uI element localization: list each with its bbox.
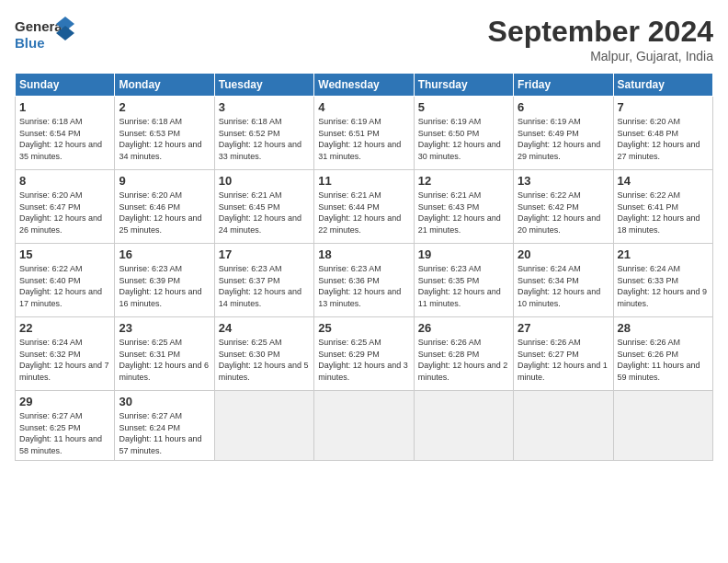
day-number: 15	[19, 247, 110, 261]
col-saturday: Saturday	[613, 74, 712, 97]
table-row: 3 Sunrise: 6:18 AMSunset: 6:52 PMDayligh…	[214, 97, 313, 170]
day-number: 16	[119, 247, 210, 261]
table-row	[314, 391, 414, 461]
table-row: 18 Sunrise: 6:23 AMSunset: 6:36 PMDaylig…	[314, 244, 414, 317]
table-row: 25 Sunrise: 6:25 AMSunset: 6:29 PMDaylig…	[314, 317, 414, 391]
table-row: 30 Sunrise: 6:27 AMSunset: 6:24 PMDaylig…	[115, 391, 214, 461]
col-sunday: Sunday	[16, 74, 115, 97]
table-row: 21 Sunrise: 6:24 AMSunset: 6:33 PMDaylig…	[613, 244, 712, 317]
col-friday: Friday	[514, 74, 613, 97]
table-row: 10 Sunrise: 6:21 AMSunset: 6:45 PMDaylig…	[214, 170, 313, 244]
table-row	[514, 391, 613, 461]
location: Malpur, Gujarat, India	[488, 49, 713, 63]
table-row	[214, 391, 313, 461]
day-info: Sunrise: 6:26 AMSunset: 6:26 PMDaylight:…	[618, 337, 709, 383]
day-info: Sunrise: 6:18 AMSunset: 6:52 PMDaylight:…	[219, 116, 310, 162]
day-number: 26	[418, 321, 509, 335]
day-number: 18	[318, 247, 409, 261]
day-info: Sunrise: 6:24 AMSunset: 6:34 PMDaylight:…	[518, 263, 609, 309]
table-row: 5 Sunrise: 6:19 AMSunset: 6:50 PMDayligh…	[414, 97, 513, 170]
day-info: Sunrise: 6:18 AMSunset: 6:53 PMDaylight:…	[119, 116, 210, 162]
day-number: 30	[119, 395, 210, 408]
table-row: 4 Sunrise: 6:19 AMSunset: 6:51 PMDayligh…	[314, 97, 414, 170]
table-row	[613, 391, 712, 461]
day-info: Sunrise: 6:24 AMSunset: 6:33 PMDaylight:…	[618, 263, 709, 309]
table-row: 20 Sunrise: 6:24 AMSunset: 6:34 PMDaylig…	[514, 244, 613, 317]
table-row: 8 Sunrise: 6:20 AMSunset: 6:47 PMDayligh…	[16, 170, 115, 244]
day-number: 20	[518, 247, 609, 261]
table-row: 24 Sunrise: 6:25 AMSunset: 6:30 PMDaylig…	[214, 317, 313, 391]
table-row: 17 Sunrise: 6:23 AMSunset: 6:37 PMDaylig…	[214, 244, 313, 317]
day-info: Sunrise: 6:18 AMSunset: 6:54 PMDaylight:…	[19, 116, 110, 162]
col-thursday: Thursday	[414, 74, 513, 97]
day-number: 5	[418, 100, 509, 114]
calendar-row: 1 Sunrise: 6:18 AMSunset: 6:54 PMDayligh…	[16, 97, 713, 170]
table-row: 19 Sunrise: 6:23 AMSunset: 6:35 PMDaylig…	[414, 244, 513, 317]
day-info: Sunrise: 6:22 AMSunset: 6:40 PMDaylight:…	[19, 263, 110, 309]
day-info: Sunrise: 6:19 AMSunset: 6:51 PMDaylight:…	[318, 116, 409, 162]
day-info: Sunrise: 6:22 AMSunset: 6:41 PMDaylight:…	[618, 190, 709, 236]
month-title: September 2024	[488, 15, 713, 49]
table-row: 14 Sunrise: 6:22 AMSunset: 6:41 PMDaylig…	[613, 170, 712, 244]
day-number: 27	[518, 321, 609, 335]
calendar-row: 15 Sunrise: 6:22 AMSunset: 6:40 PMDaylig…	[16, 244, 713, 317]
day-info: Sunrise: 6:22 AMSunset: 6:42 PMDaylight:…	[518, 190, 609, 236]
day-info: Sunrise: 6:23 AMSunset: 6:36 PMDaylight:…	[318, 263, 409, 309]
day-number: 21	[618, 247, 709, 261]
table-row: 22 Sunrise: 6:24 AMSunset: 6:32 PMDaylig…	[16, 317, 115, 391]
col-wednesday: Wednesday	[314, 74, 414, 97]
table-row: 1 Sunrise: 6:18 AMSunset: 6:54 PMDayligh…	[16, 97, 115, 170]
day-info: Sunrise: 6:20 AMSunset: 6:46 PMDaylight:…	[119, 190, 210, 236]
day-info: Sunrise: 6:19 AMSunset: 6:50 PMDaylight:…	[418, 116, 509, 162]
calendar-body: 1 Sunrise: 6:18 AMSunset: 6:54 PMDayligh…	[16, 97, 713, 461]
table-row: 11 Sunrise: 6:21 AMSunset: 6:44 PMDaylig…	[314, 170, 414, 244]
day-number: 13	[518, 174, 609, 188]
day-number: 24	[219, 321, 310, 335]
logo-svg: General Blue	[15, 15, 79, 55]
col-tuesday: Tuesday	[214, 74, 313, 97]
day-number: 1	[19, 100, 110, 114]
day-info: Sunrise: 6:24 AMSunset: 6:32 PMDaylight:…	[19, 337, 110, 383]
day-number: 23	[119, 321, 210, 335]
table-row: 2 Sunrise: 6:18 AMSunset: 6:53 PMDayligh…	[115, 97, 214, 170]
day-info: Sunrise: 6:23 AMSunset: 6:35 PMDaylight:…	[418, 263, 509, 309]
day-number: 14	[618, 174, 709, 188]
day-number: 29	[19, 395, 110, 408]
logo: General Blue	[15, 15, 79, 55]
table-row: 23 Sunrise: 6:25 AMSunset: 6:31 PMDaylig…	[115, 317, 214, 391]
day-info: Sunrise: 6:26 AMSunset: 6:27 PMDaylight:…	[518, 337, 609, 383]
day-number: 11	[318, 174, 409, 188]
day-number: 4	[318, 100, 409, 114]
day-info: Sunrise: 6:21 AMSunset: 6:45 PMDaylight:…	[219, 190, 310, 236]
col-monday: Monday	[115, 74, 214, 97]
day-number: 17	[219, 247, 310, 261]
table-row: 26 Sunrise: 6:26 AMSunset: 6:28 PMDaylig…	[414, 317, 513, 391]
day-number: 22	[19, 321, 110, 335]
day-info: Sunrise: 6:25 AMSunset: 6:29 PMDaylight:…	[318, 337, 409, 383]
day-number: 8	[19, 174, 110, 188]
table-row: 16 Sunrise: 6:23 AMSunset: 6:39 PMDaylig…	[115, 244, 214, 317]
day-number: 2	[119, 100, 210, 114]
day-number: 28	[618, 321, 709, 335]
calendar-row: 29 Sunrise: 6:27 AMSunset: 6:25 PMDaylig…	[16, 391, 713, 461]
day-info: Sunrise: 6:25 AMSunset: 6:30 PMDaylight:…	[219, 337, 310, 383]
calendar-page: General Blue September 2024 Malpur, Guja…	[0, 0, 728, 563]
table-row: 29 Sunrise: 6:27 AMSunset: 6:25 PMDaylig…	[16, 391, 115, 461]
day-info: Sunrise: 6:23 AMSunset: 6:37 PMDaylight:…	[219, 263, 310, 309]
day-info: Sunrise: 6:27 AMSunset: 6:24 PMDaylight:…	[119, 410, 210, 456]
table-row: 12 Sunrise: 6:21 AMSunset: 6:43 PMDaylig…	[414, 170, 513, 244]
day-number: 3	[219, 100, 310, 114]
svg-text:Blue: Blue	[15, 35, 45, 51]
table-row: 28 Sunrise: 6:26 AMSunset: 6:26 PMDaylig…	[613, 317, 712, 391]
day-info: Sunrise: 6:21 AMSunset: 6:44 PMDaylight:…	[318, 190, 409, 236]
day-number: 6	[518, 100, 609, 114]
table-row: 13 Sunrise: 6:22 AMSunset: 6:42 PMDaylig…	[514, 170, 613, 244]
day-info: Sunrise: 6:20 AMSunset: 6:48 PMDaylight:…	[618, 116, 709, 162]
day-number: 25	[318, 321, 409, 335]
title-block: September 2024 Malpur, Gujarat, India	[488, 15, 713, 63]
day-info: Sunrise: 6:26 AMSunset: 6:28 PMDaylight:…	[418, 337, 509, 383]
day-info: Sunrise: 6:19 AMSunset: 6:49 PMDaylight:…	[518, 116, 609, 162]
table-row: 15 Sunrise: 6:22 AMSunset: 6:40 PMDaylig…	[16, 244, 115, 317]
day-info: Sunrise: 6:21 AMSunset: 6:43 PMDaylight:…	[418, 190, 509, 236]
day-info: Sunrise: 6:27 AMSunset: 6:25 PMDaylight:…	[19, 410, 110, 456]
